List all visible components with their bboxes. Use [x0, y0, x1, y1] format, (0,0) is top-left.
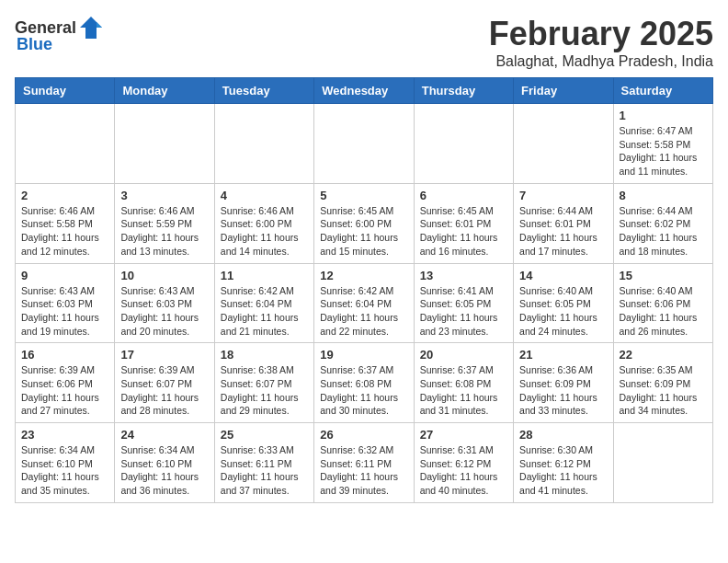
calendar-table: SundayMondayTuesdayWednesdayThursdayFrid…: [15, 77, 713, 503]
title-block: February 2025 Balaghat, Madhya Pradesh, …: [489, 15, 713, 70]
day-number: 23: [21, 428, 108, 442]
logo-icon: [78, 15, 104, 40]
day-number: 2: [21, 189, 108, 202]
day-number: 14: [519, 269, 607, 282]
day-info: Sunrise: 6:34 AM Sunset: 6:10 PM Dayligh…: [120, 443, 208, 498]
day-number: 25: [221, 428, 308, 442]
day-info: Sunrise: 6:41 AM Sunset: 6:05 PM Dayligh…: [420, 284, 507, 339]
day-info: Sunrise: 6:37 AM Sunset: 6:08 PM Dayligh…: [420, 363, 507, 418]
day-info: Sunrise: 6:32 AM Sunset: 6:11 PM Dayligh…: [320, 443, 407, 498]
day-cell: 21Sunrise: 6:36 AM Sunset: 6:09 PM Dayli…: [514, 343, 613, 423]
day-number: 1: [620, 109, 707, 122]
day-cell: 13Sunrise: 6:41 AM Sunset: 6:05 PM Dayli…: [414, 263, 513, 343]
day-cell: 20Sunrise: 6:37 AM Sunset: 6:08 PM Dayli…: [414, 343, 513, 423]
location-title: Balaghat, Madhya Pradesh, India: [489, 53, 713, 70]
day-cell: 14Sunrise: 6:40 AM Sunset: 6:05 PM Dayli…: [514, 263, 613, 343]
day-info: Sunrise: 6:39 AM Sunset: 6:06 PM Dayligh…: [21, 363, 108, 418]
day-info: Sunrise: 6:43 AM Sunset: 6:03 PM Dayligh…: [120, 284, 208, 339]
day-cell: 24Sunrise: 6:34 AM Sunset: 6:10 PM Dayli…: [115, 423, 214, 503]
day-number: 21: [519, 348, 607, 362]
day-info: Sunrise: 6:44 AM Sunset: 6:02 PM Dayligh…: [620, 204, 707, 259]
day-cell: 9Sunrise: 6:43 AM Sunset: 6:03 PM Daylig…: [16, 263, 115, 343]
day-info: Sunrise: 6:35 AM Sunset: 6:09 PM Dayligh…: [620, 363, 707, 418]
day-info: Sunrise: 6:46 AM Sunset: 5:58 PM Dayligh…: [21, 204, 108, 259]
weekday-header-wednesday: Wednesday: [314, 78, 414, 104]
day-number: 11: [221, 269, 308, 282]
svg-marker-1: [97, 22, 102, 28]
day-info: Sunrise: 6:36 AM Sunset: 6:09 PM Dayligh…: [519, 363, 607, 418]
day-info: Sunrise: 6:30 AM Sunset: 6:12 PM Dayligh…: [519, 443, 607, 498]
day-cell: [514, 104, 613, 184]
day-number: 7: [519, 189, 607, 202]
weekday-header-friday: Friday: [514, 78, 613, 104]
day-info: Sunrise: 6:37 AM Sunset: 6:08 PM Dayligh…: [320, 363, 407, 418]
day-cell: 5Sunrise: 6:45 AM Sunset: 6:00 PM Daylig…: [314, 183, 414, 263]
day-cell: [16, 104, 115, 184]
day-number: 13: [420, 269, 507, 282]
weekday-header-saturday: Saturday: [613, 78, 712, 104]
day-number: 22: [620, 348, 707, 362]
day-info: Sunrise: 6:42 AM Sunset: 6:04 PM Dayligh…: [320, 284, 407, 339]
weekday-header-tuesday: Tuesday: [214, 78, 313, 104]
day-cell: 1Sunrise: 6:47 AM Sunset: 5:58 PM Daylig…: [613, 104, 712, 184]
day-cell: 10Sunrise: 6:43 AM Sunset: 6:03 PM Dayli…: [115, 263, 214, 343]
day-info: Sunrise: 6:46 AM Sunset: 5:59 PM Dayligh…: [120, 204, 208, 259]
day-number: 3: [120, 189, 208, 202]
day-cell: [414, 104, 513, 184]
day-number: 6: [420, 189, 507, 202]
week-row-2: 2Sunrise: 6:46 AM Sunset: 5:58 PM Daylig…: [16, 183, 713, 263]
day-cell: 2Sunrise: 6:46 AM Sunset: 5:58 PM Daylig…: [16, 183, 115, 263]
day-cell: 28Sunrise: 6:30 AM Sunset: 6:12 PM Dayli…: [514, 423, 613, 503]
weekday-header-thursday: Thursday: [414, 78, 513, 104]
week-row-1: 1Sunrise: 6:47 AM Sunset: 5:58 PM Daylig…: [16, 104, 713, 184]
day-info: Sunrise: 6:38 AM Sunset: 6:07 PM Dayligh…: [221, 363, 308, 418]
day-cell: 16Sunrise: 6:39 AM Sunset: 6:06 PM Dayli…: [16, 343, 115, 423]
day-cell: 6Sunrise: 6:45 AM Sunset: 6:01 PM Daylig…: [414, 183, 513, 263]
day-cell: 25Sunrise: 6:33 AM Sunset: 6:11 PM Dayli…: [214, 423, 313, 503]
day-info: Sunrise: 6:40 AM Sunset: 6:06 PM Dayligh…: [620, 284, 707, 339]
day-info: Sunrise: 6:40 AM Sunset: 6:05 PM Dayligh…: [519, 284, 607, 339]
day-number: 27: [420, 428, 507, 442]
day-number: 17: [120, 348, 208, 362]
day-number: 5: [320, 189, 407, 202]
day-number: 10: [120, 269, 208, 282]
day-info: Sunrise: 6:47 AM Sunset: 5:58 PM Dayligh…: [620, 124, 707, 178]
day-cell: 3Sunrise: 6:46 AM Sunset: 5:59 PM Daylig…: [115, 183, 214, 263]
day-info: Sunrise: 6:46 AM Sunset: 6:00 PM Dayligh…: [221, 204, 308, 259]
day-cell: 23Sunrise: 6:34 AM Sunset: 6:10 PM Dayli…: [16, 423, 115, 503]
day-cell: 19Sunrise: 6:37 AM Sunset: 6:08 PM Dayli…: [314, 343, 414, 423]
day-info: Sunrise: 6:42 AM Sunset: 6:04 PM Dayligh…: [221, 284, 308, 339]
month-title: February 2025: [489, 15, 713, 53]
day-cell: 22Sunrise: 6:35 AM Sunset: 6:09 PM Dayli…: [613, 343, 712, 423]
week-row-3: 9Sunrise: 6:43 AM Sunset: 6:03 PM Daylig…: [16, 263, 713, 343]
day-cell: [613, 423, 712, 503]
day-cell: 4Sunrise: 6:46 AM Sunset: 6:00 PM Daylig…: [214, 183, 313, 263]
day-number: 18: [221, 348, 308, 362]
page-header: General Blue February 2025 Balaghat, Mad…: [15, 15, 713, 70]
day-cell: 26Sunrise: 6:32 AM Sunset: 6:11 PM Dayli…: [314, 423, 414, 503]
day-info: Sunrise: 6:39 AM Sunset: 6:07 PM Dayligh…: [120, 363, 208, 418]
day-number: 15: [620, 269, 707, 282]
day-cell: [115, 104, 214, 184]
weekday-header-sunday: Sunday: [16, 78, 115, 104]
day-cell: 12Sunrise: 6:42 AM Sunset: 6:04 PM Dayli…: [314, 263, 414, 343]
day-cell: [214, 104, 313, 184]
day-number: 12: [320, 269, 407, 282]
day-info: Sunrise: 6:34 AM Sunset: 6:10 PM Dayligh…: [21, 443, 108, 498]
day-number: 26: [320, 428, 407, 442]
week-row-5: 23Sunrise: 6:34 AM Sunset: 6:10 PM Dayli…: [16, 423, 713, 503]
weekday-header-monday: Monday: [115, 78, 214, 104]
day-info: Sunrise: 6:45 AM Sunset: 6:00 PM Dayligh…: [320, 204, 407, 259]
day-number: 9: [21, 269, 108, 282]
day-cell: 11Sunrise: 6:42 AM Sunset: 6:04 PM Dayli…: [214, 263, 313, 343]
day-number: 28: [519, 428, 607, 442]
day-cell: [314, 104, 414, 184]
day-info: Sunrise: 6:33 AM Sunset: 6:11 PM Dayligh…: [221, 443, 308, 498]
logo: General Blue: [15, 15, 104, 54]
day-number: 20: [420, 348, 507, 362]
week-row-4: 16Sunrise: 6:39 AM Sunset: 6:06 PM Dayli…: [16, 343, 713, 423]
day-cell: 7Sunrise: 6:44 AM Sunset: 6:01 PM Daylig…: [514, 183, 613, 263]
day-number: 8: [620, 189, 707, 202]
day-cell: 27Sunrise: 6:31 AM Sunset: 6:12 PM Dayli…: [414, 423, 513, 503]
day-info: Sunrise: 6:43 AM Sunset: 6:03 PM Dayligh…: [21, 284, 108, 339]
